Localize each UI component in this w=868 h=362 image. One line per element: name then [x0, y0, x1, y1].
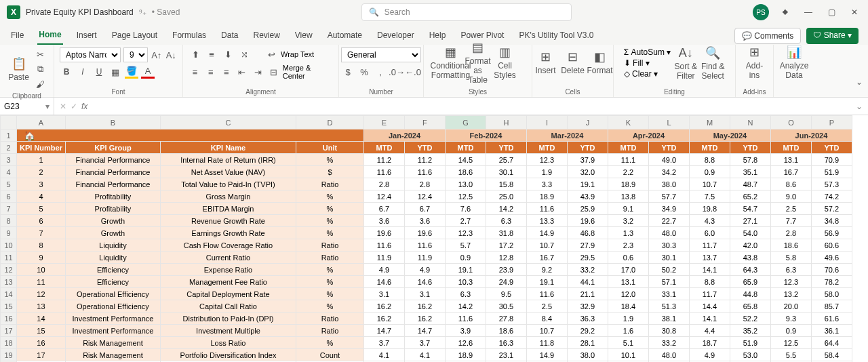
- search-box[interactable]: 🔍 Search: [361, 3, 572, 21]
- comma-icon[interactable]: ,: [374, 65, 387, 79]
- copilot-icon[interactable]: ⯁: [778, 7, 792, 17]
- orientation-icon[interactable]: ⤭: [237, 47, 251, 61]
- user-avatar[interactable]: PS: [753, 4, 769, 20]
- italic-icon[interactable]: I: [76, 65, 90, 79]
- table-row[interactable]: 14: [17, 313, 66, 325]
- table-row[interactable]: 1: [17, 154, 66, 166]
- expand-formula-icon[interactable]: ⌄: [850, 102, 868, 111]
- share-button[interactable]: 🛡 Share ▾: [806, 28, 859, 44]
- wrap-text-icon[interactable]: ↩: [264, 47, 278, 61]
- col-header[interactable]: H: [486, 116, 526, 129]
- col-header[interactable]: L: [648, 116, 689, 129]
- font-color-icon[interactable]: A: [141, 65, 155, 79]
- maximize-button[interactable]: ▢: [825, 7, 838, 17]
- table-row[interactable]: 16: [17, 337, 66, 349]
- addins-button[interactable]: ⊞Add-ins: [743, 47, 767, 77]
- tab-file[interactable]: File: [9, 28, 25, 44]
- analyze-data-button[interactable]: 📊Analyze Data: [782, 47, 806, 77]
- tab-help[interactable]: Help: [428, 28, 448, 44]
- tab-pk-s-utility-tool-v-[interactable]: PK's Utility Tool V3.0: [517, 28, 595, 44]
- fx-icon[interactable]: fx: [81, 102, 87, 111]
- paste-button[interactable]: 📋Paste: [7, 54, 31, 84]
- spreadsheet-grid[interactable]: ABCDEFGHIJKLMNOP1🏠Jan-2024Feb-2024Mar-20…: [0, 115, 868, 362]
- col-header[interactable]: J: [567, 116, 608, 129]
- decrease-font-icon[interactable]: A↓: [165, 48, 178, 62]
- fill-button[interactable]: ⬇ Fill ▾: [624, 58, 671, 68]
- table-row[interactable]: 2: [17, 166, 66, 178]
- minimize-button[interactable]: —: [802, 7, 815, 17]
- enter-formula-icon[interactable]: ✓: [71, 102, 77, 111]
- sort-filter-button[interactable]: A↓Sort & Filter: [673, 48, 698, 78]
- tab-review[interactable]: Review: [252, 28, 281, 44]
- close-button[interactable]: ✕: [848, 7, 861, 17]
- table-row[interactable]: 3: [17, 178, 66, 190]
- table-row[interactable]: 11: [17, 276, 66, 288]
- collapse-ribbon-icon[interactable]: ⌄: [856, 77, 863, 87]
- insert-cells-button[interactable]: ⊞Insert: [534, 47, 558, 77]
- col-header[interactable]: C: [160, 116, 296, 129]
- table-row[interactable]: 10: [17, 264, 66, 276]
- align-bottom-icon[interactable]: ⬇: [221, 47, 235, 61]
- align-right-icon[interactable]: ≡: [220, 65, 233, 79]
- increase-font-icon[interactable]: A↑: [151, 48, 163, 62]
- autosum-button[interactable]: Σ AutoSum ▾: [624, 47, 671, 57]
- col-header[interactable]: A: [17, 116, 66, 129]
- col-header[interactable]: I: [526, 116, 567, 129]
- table-row[interactable]: 17: [17, 349, 66, 361]
- col-header[interactable]: P: [811, 116, 852, 129]
- increase-decimal-icon[interactable]: .0→: [390, 65, 403, 79]
- col-header[interactable]: D: [296, 116, 363, 129]
- decrease-indent-icon[interactable]: ⇤: [235, 65, 248, 79]
- table-row[interactable]: 12: [17, 288, 66, 300]
- find-select-button[interactable]: 🔍Find & Select: [701, 48, 725, 78]
- col-header[interactable]: G: [445, 116, 486, 129]
- table-row[interactable]: 8: [17, 239, 66, 252]
- format-cells-button[interactable]: ◧Format: [588, 47, 612, 77]
- conditional-formatting-button[interactable]: ▦Conditional Formatting: [439, 47, 463, 77]
- table-row[interactable]: 13: [17, 300, 66, 313]
- decrease-decimal-icon[interactable]: ←.0: [406, 65, 420, 79]
- table-row[interactable]: 7: [17, 227, 66, 239]
- table-row[interactable]: 6: [17, 215, 66, 227]
- tab-developer[interactable]: Developer: [376, 28, 416, 44]
- font-size-select[interactable]: 9: [123, 47, 148, 62]
- underline-icon[interactable]: U: [92, 65, 106, 79]
- name-box[interactable]: G23▾: [0, 98, 54, 115]
- tab-insert[interactable]: Insert: [75, 28, 98, 44]
- cell-styles-button[interactable]: ▥Cell Styles: [493, 47, 517, 77]
- number-format-select[interactable]: General: [341, 47, 421, 62]
- col-header[interactable]: M: [689, 116, 730, 129]
- table-row[interactable]: 9: [17, 252, 66, 264]
- increase-indent-icon[interactable]: ⇥: [252, 65, 264, 79]
- table-row[interactable]: 15: [17, 325, 66, 337]
- align-center-icon[interactable]: ≡: [204, 65, 217, 79]
- percent-icon[interactable]: %: [357, 65, 371, 79]
- format-as-table-button[interactable]: ▤Format as Table: [466, 47, 490, 77]
- col-header[interactable]: N: [730, 116, 770, 129]
- tab-home[interactable]: Home: [37, 27, 62, 45]
- save-status[interactable]: • Saved: [152, 7, 180, 17]
- comments-button[interactable]: 💬 Comments: [734, 28, 801, 44]
- align-middle-icon[interactable]: ≡: [205, 47, 218, 61]
- delete-cells-button[interactable]: ⊟Delete: [561, 47, 585, 77]
- tab-data[interactable]: Data: [220, 28, 239, 44]
- merge-icon[interactable]: ⊟: [267, 65, 280, 79]
- table-row[interactable]: 5: [17, 203, 66, 215]
- tab-page-layout[interactable]: Page Layout: [111, 28, 159, 44]
- currency-icon[interactable]: $: [341, 65, 355, 79]
- clear-button[interactable]: ◇ Clear ▾: [624, 69, 671, 79]
- tab-automate[interactable]: Automate: [326, 28, 363, 44]
- tab-formulas[interactable]: Formulas: [171, 28, 208, 44]
- col-header[interactable]: B: [65, 116, 160, 129]
- format-painter-icon[interactable]: 🖌: [34, 77, 47, 91]
- align-top-icon[interactable]: ⬆: [189, 47, 202, 61]
- col-header[interactable]: O: [770, 116, 811, 129]
- align-left-icon[interactable]: ≡: [189, 65, 201, 79]
- col-header[interactable]: E: [363, 116, 404, 129]
- col-header[interactable]: F: [404, 116, 445, 129]
- bold-icon[interactable]: B: [60, 65, 73, 79]
- font-name-select[interactable]: Aptos Narrow: [60, 47, 121, 62]
- table-row[interactable]: 4: [17, 190, 66, 203]
- copy-icon[interactable]: ⧉: [34, 62, 47, 76]
- cancel-formula-icon[interactable]: ✕: [60, 102, 66, 111]
